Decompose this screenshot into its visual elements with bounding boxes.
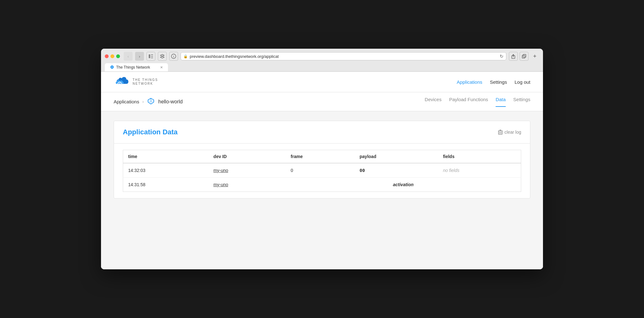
svg-rect-0 [149, 54, 150, 58]
sidebar-toggle-button[interactable] [146, 52, 155, 61]
minimize-button[interactable] [110, 54, 114, 58]
svg-rect-11 [523, 54, 526, 57]
svg-rect-10 [522, 55, 525, 58]
app-icon [147, 98, 155, 106]
breadcrumb-separator: › [142, 99, 144, 104]
info-button[interactable]: ! [169, 52, 178, 61]
table-header-row: time dev ID frame payload fields [123, 150, 521, 163]
cell-devid-1: my-uno [208, 163, 286, 178]
data-table: time dev ID frame payload fields 14:32:0… [123, 150, 521, 192]
traffic-lights [105, 54, 120, 58]
breadcrumb-applications[interactable]: Applications [114, 99, 139, 104]
brand-text: THE THINGS NETWORK [133, 78, 158, 86]
cell-time-2: 14:31:58 [123, 178, 209, 192]
table-header: time dev ID frame payload fields [123, 150, 521, 163]
lock-icon: 🔒 [183, 54, 188, 58]
browser-actions: + [509, 52, 539, 61]
card-title: Application Data [123, 128, 178, 136]
dev-id-link-1[interactable]: my-uno [213, 168, 228, 173]
browser-chrome: ‹ › [101, 49, 543, 72]
section-tabs: Devices Payload Functions Data Settings [425, 97, 530, 107]
cell-activation: activation [286, 178, 521, 192]
col-fields: fields [438, 150, 521, 163]
clear-log-label: clear log [504, 130, 521, 135]
svg-marker-5 [160, 56, 164, 58]
tab-bar: The Things Network ✕ [105, 63, 539, 71]
data-table-container: time dev ID frame payload fields 14:32:0… [114, 144, 530, 198]
breadcrumb-current-app: hello-world [158, 99, 182, 105]
table-row: 14:32:03 my-uno 0 00 no fields [123, 163, 521, 178]
svg-text:!: ! [173, 55, 174, 58]
nav-settings-link[interactable]: Settings [490, 79, 507, 85]
main-content: Application Data clear log [101, 111, 543, 269]
forward-button[interactable]: › [135, 52, 144, 61]
application-data-card: Application Data clear log [114, 121, 530, 199]
col-time: time [123, 150, 209, 163]
layers-button[interactable] [158, 52, 167, 61]
app-content: THE THINGS NETWORK Applications Settings… [101, 72, 543, 269]
top-nav: THE THINGS NETWORK Applications Settings… [101, 72, 543, 92]
col-dev-id: dev ID [208, 150, 286, 163]
cell-payload-1: 00 [355, 163, 438, 178]
nav-applications-link[interactable]: Applications [457, 79, 482, 85]
tab-settings[interactable]: Settings [513, 97, 530, 107]
cell-time-1: 14:32:03 [123, 163, 209, 178]
brand-name: THE THINGS [133, 78, 158, 82]
svg-rect-3 [151, 58, 153, 58]
tab-close-button[interactable]: ✕ [160, 65, 163, 70]
browser-tab[interactable]: The Things Network ✕ [105, 63, 168, 71]
url-input[interactable] [190, 54, 498, 59]
table-row: 14:31:58 my-uno activation [123, 178, 521, 192]
table-body: 14:32:03 my-uno 0 00 no fields 14:31:58 [123, 163, 521, 192]
col-frame: frame [286, 150, 355, 163]
maximize-button[interactable] [116, 54, 120, 58]
back-button[interactable]: ‹ [124, 52, 133, 61]
reload-button[interactable]: ↻ [500, 54, 504, 59]
browser-controls: ‹ › [105, 52, 539, 61]
cell-frame-1: 0 [286, 163, 355, 178]
close-button[interactable] [105, 54, 109, 58]
trash-icon [498, 130, 503, 135]
tab-title: The Things Network [116, 65, 150, 70]
svg-rect-2 [151, 56, 153, 57]
brand-subtitle: NETWORK [133, 82, 158, 86]
cell-devid-2: my-uno [208, 178, 286, 192]
nav-logout-link[interactable]: Log out [515, 79, 530, 85]
breadcrumb: Applications › hello-world [114, 98, 183, 106]
svg-point-13 [119, 83, 120, 84]
cell-fields-1: no fields [438, 163, 521, 178]
browser-window: ‹ › [101, 49, 543, 269]
tab-data[interactable]: Data [496, 97, 506, 107]
dev-id-link-2[interactable]: my-uno [213, 182, 228, 187]
new-tab-button[interactable]: + [530, 52, 539, 61]
breadcrumb-nav: Applications › hello-world Devices Paylo… [101, 92, 543, 111]
card-header: Application Data clear log [114, 121, 530, 144]
url-bar-container: 🔒 ↻ [181, 52, 506, 60]
brand-logo [114, 76, 129, 88]
tab-payload-functions[interactable]: Payload Functions [449, 97, 488, 107]
top-nav-links: Applications Settings Log out [457, 79, 530, 85]
clear-log-button[interactable]: clear log [498, 130, 521, 135]
brand: THE THINGS NETWORK [114, 76, 158, 88]
col-payload: payload [355, 150, 438, 163]
svg-rect-1 [151, 54, 153, 55]
share-button[interactable] [509, 52, 518, 61]
duplicate-button[interactable] [520, 52, 528, 61]
svg-marker-15 [149, 100, 152, 103]
tab-favicon [110, 65, 114, 70]
svg-marker-4 [160, 54, 164, 56]
tab-devices[interactable]: Devices [425, 97, 441, 107]
